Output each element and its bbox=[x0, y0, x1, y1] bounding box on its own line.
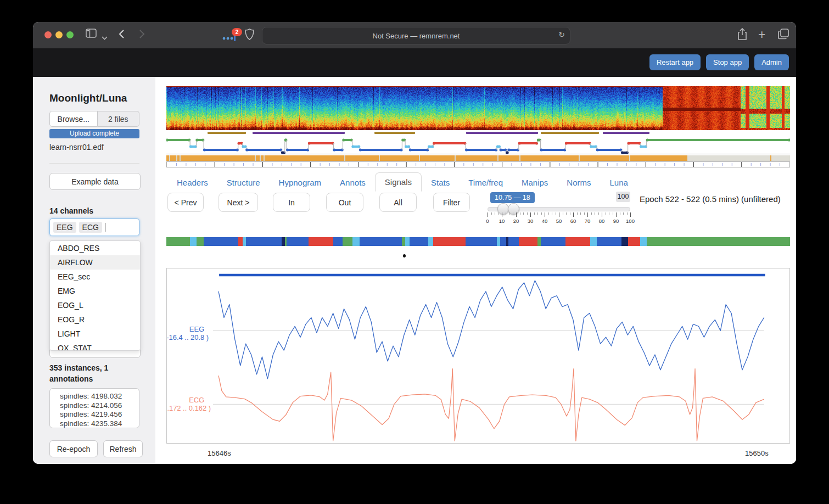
all-button[interactable]: All bbox=[379, 193, 417, 212]
slider-tick bbox=[495, 212, 495, 215]
minimize-window-button[interactable] bbox=[55, 31, 63, 38]
slider-tick-label: 20 bbox=[513, 218, 519, 224]
tab-luna[interactable]: Luna bbox=[601, 173, 637, 192]
browse-button[interactable]: Browse... bbox=[49, 111, 98, 127]
ecg-range-label: ( -0.172 .. 0.162 ) bbox=[166, 404, 211, 412]
tab-norms[interactable]: Norms bbox=[557, 173, 600, 192]
sidebar-toggle-icon[interactable] bbox=[86, 29, 97, 42]
channel-option[interactable]: EOG_L bbox=[50, 298, 140, 312]
extensions-icon[interactable]: 2 bbox=[222, 32, 236, 45]
channel-option[interactable]: EEG_sec bbox=[50, 270, 140, 284]
in-button[interactable]: In bbox=[273, 193, 310, 212]
channel-option[interactable]: EMG bbox=[50, 284, 140, 298]
stop-app-button[interactable]: Stop app bbox=[706, 54, 749, 70]
channel-select-input[interactable]: EEGECG bbox=[49, 219, 139, 236]
zoom-window-button[interactable] bbox=[66, 31, 74, 38]
channel-option[interactable]: LIGHT bbox=[50, 327, 140, 341]
slider-tick bbox=[537, 212, 538, 215]
mask-gap bbox=[344, 155, 345, 161]
restart-app-button[interactable]: Restart app bbox=[649, 54, 701, 70]
mask-gap bbox=[455, 155, 456, 161]
mask-off-region bbox=[687, 155, 790, 161]
tab-hypnogram[interactable]: Hypnogram bbox=[270, 173, 331, 192]
-prev-button[interactable]: < Prev bbox=[167, 193, 204, 212]
signal-plot[interactable]: EEG( -16.4 .. 20.8 )ECG( -0.172 .. 0.162… bbox=[166, 268, 790, 444]
instance-entry[interactable]: spindles: 4235.384 bbox=[60, 419, 139, 429]
files-count-label: 2 files bbox=[98, 111, 140, 127]
example-data-button[interactable]: Example data bbox=[49, 173, 141, 190]
stage-band[interactable] bbox=[166, 237, 790, 246]
address-bar-text: Not Secure — remnrem.net bbox=[373, 32, 460, 40]
mask-gap bbox=[169, 155, 170, 161]
slider-tick bbox=[623, 212, 624, 215]
out-button[interactable]: Out bbox=[326, 193, 363, 212]
channel-option[interactable]: EOG_R bbox=[50, 312, 140, 327]
slider-tick-label: 50 bbox=[556, 218, 562, 224]
tab-annots[interactable]: Annots bbox=[331, 173, 375, 192]
slider-tick bbox=[527, 212, 528, 215]
slider-tick bbox=[602, 212, 602, 217]
mask-gap bbox=[255, 155, 256, 161]
share-icon[interactable] bbox=[737, 28, 747, 44]
app-title: Moonlight/Luna bbox=[49, 92, 127, 104]
slider-tick bbox=[606, 212, 606, 215]
slider-tick bbox=[627, 212, 628, 215]
stage-band-segment bbox=[309, 237, 333, 246]
tab-signals[interactable]: Signals bbox=[375, 172, 422, 192]
channel-tag[interactable]: ECG bbox=[79, 222, 102, 233]
instances-list[interactable]: spindles: 4198.032spindles: 4214.056spin… bbox=[49, 388, 139, 428]
forward-button[interactable] bbox=[139, 29, 145, 43]
spectrogram-overview[interactable] bbox=[166, 86, 790, 130]
chevron-down-icon[interactable] bbox=[102, 31, 108, 44]
stage-band-segment bbox=[405, 237, 410, 246]
browser-window: 2 Not Secure — remnrem.net ↻ + Restart a… bbox=[33, 22, 796, 464]
slider-tick bbox=[530, 212, 531, 217]
back-button[interactable] bbox=[119, 29, 125, 43]
tab-stats[interactable]: Stats bbox=[422, 173, 459, 192]
slider-tick bbox=[548, 212, 549, 215]
admin-button[interactable]: Admin bbox=[754, 54, 789, 70]
filter-button[interactable]: Filter bbox=[433, 193, 470, 212]
mask-gap bbox=[379, 155, 380, 161]
extension-badge: 2 bbox=[232, 28, 242, 36]
instance-entry[interactable]: spindles: 4214.056 bbox=[60, 401, 139, 411]
shield-icon[interactable] bbox=[245, 29, 254, 44]
slider-tick bbox=[513, 212, 513, 215]
stage-band-segment bbox=[166, 237, 190, 246]
text-caret bbox=[105, 223, 105, 232]
stage-band-segment bbox=[541, 237, 565, 246]
channel-option[interactable]: OX_STAT bbox=[50, 341, 140, 351]
tab-headers[interactable]: Headers bbox=[167, 173, 217, 192]
stage-band-segment bbox=[333, 237, 343, 246]
channel-tag[interactable]: EEG bbox=[53, 222, 76, 233]
mask-gap bbox=[629, 155, 630, 161]
time-start-label: 15646s bbox=[208, 449, 231, 457]
channel-option[interactable]: AIRFLOW bbox=[50, 255, 140, 270]
stage-band-segment bbox=[246, 237, 282, 246]
hypnogram-overview[interactable] bbox=[166, 135, 790, 155]
refresh-button[interactable]: Refresh bbox=[103, 440, 143, 457]
channel-option[interactable]: ABDO_RES bbox=[50, 241, 140, 255]
slider-tick-label: 90 bbox=[613, 218, 619, 224]
eeg-range-label: ( -16.4 .. 20.8 ) bbox=[166, 333, 209, 341]
tab-time-freq[interactable]: Time/freq bbox=[459, 173, 512, 192]
tab-overview-icon[interactable] bbox=[778, 29, 789, 43]
next--button[interactable]: Next > bbox=[219, 193, 258, 212]
reepoch-button[interactable]: Re-epoch bbox=[49, 440, 98, 457]
tab-structure[interactable]: Structure bbox=[217, 173, 270, 192]
reload-icon[interactable]: ↻ bbox=[558, 30, 565, 39]
instance-entry[interactable]: spindles: 4219.456 bbox=[60, 410, 139, 419]
stage-band-segment bbox=[621, 237, 628, 246]
tab-manips[interactable]: Manips bbox=[512, 173, 557, 192]
address-bar[interactable]: Not Secure — remnrem.net ↻ bbox=[262, 27, 570, 44]
slider-tick bbox=[566, 212, 567, 215]
stage-band-segment bbox=[590, 237, 596, 246]
close-window-button[interactable] bbox=[44, 31, 52, 38]
new-tab-icon[interactable]: + bbox=[758, 29, 765, 40]
stage-band-segment bbox=[500, 237, 506, 246]
desktop: { "browser": { "url_text": "Not Secure —… bbox=[0, 0, 829, 504]
epoch-ruler[interactable] bbox=[166, 161, 790, 167]
slider-tick bbox=[630, 212, 631, 217]
mask-gap bbox=[579, 155, 580, 161]
instance-entry[interactable]: spindles: 4198.032 bbox=[60, 392, 139, 401]
